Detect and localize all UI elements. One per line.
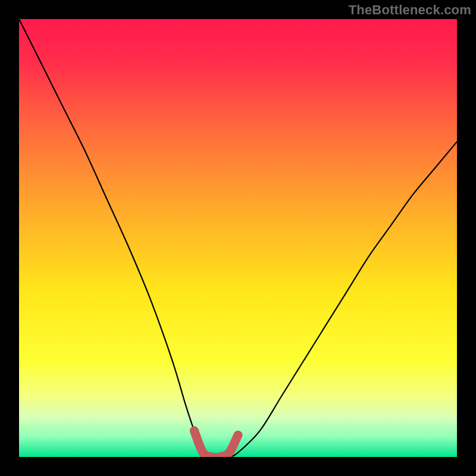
chart-svg (19, 19, 457, 457)
plot-area (19, 19, 457, 457)
gradient-background (19, 19, 457, 457)
chart-frame: TheBottleneck.com (0, 0, 476, 476)
attribution-text: TheBottleneck.com (349, 2, 471, 18)
